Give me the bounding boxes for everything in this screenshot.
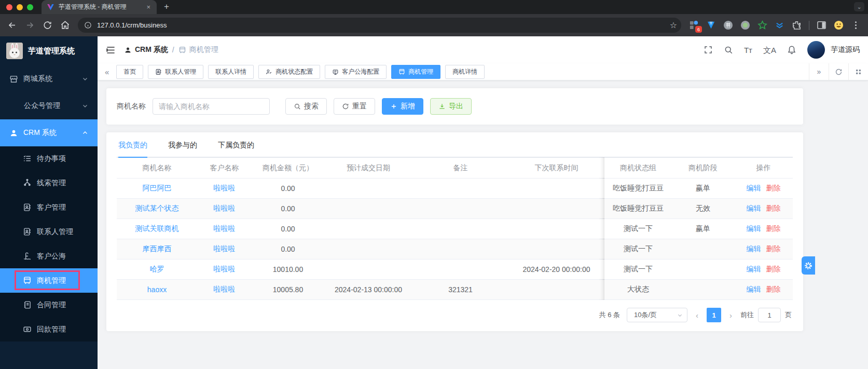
site-info-icon[interactable] bbox=[84, 21, 92, 29]
sidebar-item-leads[interactable]: 线索管理 bbox=[0, 171, 98, 195]
tag-pool-config[interactable]: 客户公海配置 bbox=[325, 65, 387, 79]
delete-link[interactable]: 删除 bbox=[766, 184, 781, 193]
business-name-link[interactable]: 哈罗 bbox=[150, 265, 164, 274]
bell-icon[interactable] bbox=[787, 45, 796, 54]
sidebar-item-payments[interactable]: 回款管理 bbox=[0, 317, 98, 341]
search-button[interactable]: 搜索 bbox=[285, 98, 327, 115]
tags-controls: » bbox=[809, 63, 868, 80]
next-contact-cell: 2024-02-20 00:00:00 bbox=[508, 259, 604, 279]
business-name-link[interactable]: 测试关联商机 bbox=[135, 224, 179, 234]
reload-icon[interactable] bbox=[43, 20, 52, 30]
green-star-extension-icon[interactable] bbox=[757, 20, 767, 30]
sidebar-item-official-account[interactable]: 公众号管理 bbox=[0, 92, 98, 119]
prev-page-button[interactable]: ‹ bbox=[694, 311, 700, 320]
page-number-button[interactable]: 1 bbox=[707, 308, 721, 322]
edit-link[interactable]: 编辑 bbox=[747, 204, 761, 213]
browser-tab[interactable]: 芋道管理系统 - 商机管理 × bbox=[42, 0, 157, 14]
edit-link[interactable]: 编辑 bbox=[747, 285, 761, 294]
sidebar-fold-icon[interactable] bbox=[106, 45, 116, 55]
page-size-select[interactable]: 10条/页 bbox=[627, 308, 687, 322]
goto-page-input[interactable] bbox=[758, 308, 781, 322]
tag-contact-detail[interactable]: 联系人详情 bbox=[208, 65, 254, 79]
tab-close-icon[interactable]: × bbox=[145, 3, 151, 11]
tab-mine[interactable]: 我负责的 bbox=[118, 141, 147, 158]
browser-menu-icon[interactable] bbox=[851, 20, 861, 30]
fullscreen-icon[interactable] bbox=[704, 45, 713, 54]
side-panel-icon[interactable] bbox=[817, 20, 826, 30]
tags-scroll-left-icon[interactable]: « bbox=[102, 67, 112, 76]
tags-scroll-right-icon[interactable]: » bbox=[809, 63, 829, 80]
back-icon[interactable] bbox=[7, 20, 17, 30]
profile-avatar-icon[interactable] bbox=[834, 20, 844, 30]
language-icon[interactable]: 文A bbox=[763, 46, 776, 54]
search-icon[interactable] bbox=[724, 45, 733, 54]
business-name-link[interactable]: 测试某个状态 bbox=[135, 204, 179, 213]
sidebar-item-label: 商机管理 bbox=[37, 276, 66, 285]
business-name-input[interactable] bbox=[153, 98, 270, 115]
username[interactable]: 芋道源码 bbox=[831, 45, 860, 54]
customer-name-link[interactable]: 啦啦啦 bbox=[214, 224, 236, 234]
app-logo[interactable]: 芋道管理系统 bbox=[0, 36, 98, 65]
theme-settings-button[interactable] bbox=[802, 256, 815, 275]
delete-link[interactable]: 删除 bbox=[766, 285, 781, 294]
tags-menu-grid-icon[interactable] bbox=[848, 63, 868, 80]
window-zoom-button[interactable] bbox=[27, 4, 33, 10]
edit-link[interactable]: 编辑 bbox=[747, 224, 761, 234]
font-size-icon[interactable]: Tт bbox=[744, 46, 752, 54]
forward-icon[interactable] bbox=[25, 20, 35, 30]
window-minimize-button[interactable] bbox=[17, 4, 23, 10]
edit-link[interactable]: 编辑 bbox=[747, 265, 761, 274]
delete-link[interactable]: 删除 bbox=[766, 244, 781, 254]
tag-status-config[interactable]: 商机状态配置 bbox=[258, 65, 320, 79]
tag-business[interactable]: 商机管理 bbox=[391, 65, 440, 79]
tag-home[interactable]: 首页 bbox=[116, 65, 143, 79]
url-text[interactable]: 127.0.0.1/crm/business bbox=[97, 21, 665, 29]
sidebar-item-todo[interactable]: 待办事项 bbox=[0, 146, 98, 171]
business-name-link[interactable]: 阿巴阿巴 bbox=[143, 184, 172, 193]
customer-name-link[interactable]: 啦啦啦 bbox=[214, 265, 236, 274]
breadcrumb-crm[interactable]: CRM 系统 bbox=[124, 45, 168, 54]
window-close-button[interactable] bbox=[6, 4, 12, 10]
customer-name-link[interactable]: 啦啦啦 bbox=[214, 244, 236, 254]
sidebar-item-customers[interactable]: 客户管理 bbox=[0, 195, 98, 220]
edit-link[interactable]: 编辑 bbox=[747, 184, 761, 193]
green-dot-extension-icon[interactable] bbox=[740, 20, 750, 30]
gray-extension-icon[interactable] bbox=[723, 20, 733, 30]
home-icon[interactable] bbox=[60, 20, 70, 30]
blue-chevrons-extension-icon[interactable] bbox=[775, 20, 784, 30]
vue-devtools-extension-icon[interactable] bbox=[706, 20, 716, 30]
user-avatar[interactable] bbox=[807, 41, 825, 59]
customer-name-link[interactable]: 啦啦啦 bbox=[214, 204, 236, 213]
sidebar-item-contacts[interactable]: 联系人管理 bbox=[0, 220, 98, 244]
extensions-puzzle-icon[interactable] bbox=[792, 20, 802, 30]
sidebar-item-contracts[interactable]: 合同管理 bbox=[0, 293, 98, 317]
sidebar-item-crm-system[interactable]: CRM 系统 bbox=[0, 119, 98, 146]
delete-link[interactable]: 删除 bbox=[766, 265, 781, 274]
status-group-cell: 吃饭睡觉打豆豆 bbox=[604, 199, 672, 218]
customer-name-link[interactable]: 啦啦啦 bbox=[214, 184, 236, 193]
tags-refresh-icon[interactable] bbox=[829, 63, 848, 80]
bookmark-star-icon[interactable]: ☆ bbox=[670, 21, 677, 30]
sidebar-item-mall-system[interactable]: 商城系统 bbox=[0, 65, 98, 92]
tab-joined[interactable]: 我参与的 bbox=[168, 141, 197, 157]
sidebar-item-customer-pool[interactable]: 客户公海 bbox=[0, 244, 98, 268]
tab-search-chevron-icon[interactable]: ⌄ bbox=[854, 2, 864, 11]
page-size-value: 10条/页 bbox=[634, 310, 657, 320]
delete-link[interactable]: 删除 bbox=[766, 224, 781, 234]
password-extension-icon[interactable]: 6 bbox=[689, 20, 699, 30]
business-name-link[interactable]: 摩西摩西 bbox=[143, 244, 172, 254]
customer-name-link[interactable]: 啦啦啦 bbox=[214, 285, 236, 294]
address-bar[interactable]: 127.0.0.1/crm/business ☆ bbox=[78, 18, 681, 33]
tag-contacts[interactable]: 联系人管理 bbox=[148, 65, 203, 79]
next-page-button[interactable]: › bbox=[728, 311, 734, 320]
export-button[interactable]: 导出 bbox=[430, 98, 472, 115]
edit-link[interactable]: 编辑 bbox=[747, 244, 761, 254]
tab-subordinate[interactable]: 下属负责的 bbox=[218, 141, 254, 157]
business-name-link[interactable]: haoxx bbox=[147, 285, 167, 294]
add-button[interactable]: 新增 bbox=[382, 98, 423, 115]
tag-business-detail[interactable]: 商机详情 bbox=[445, 65, 485, 79]
reset-button[interactable]: 重置 bbox=[334, 98, 375, 115]
delete-link[interactable]: 删除 bbox=[766, 204, 781, 213]
sidebar-item-business[interactable]: 商机管理 bbox=[0, 268, 98, 293]
new-tab-button[interactable]: + bbox=[164, 2, 169, 14]
